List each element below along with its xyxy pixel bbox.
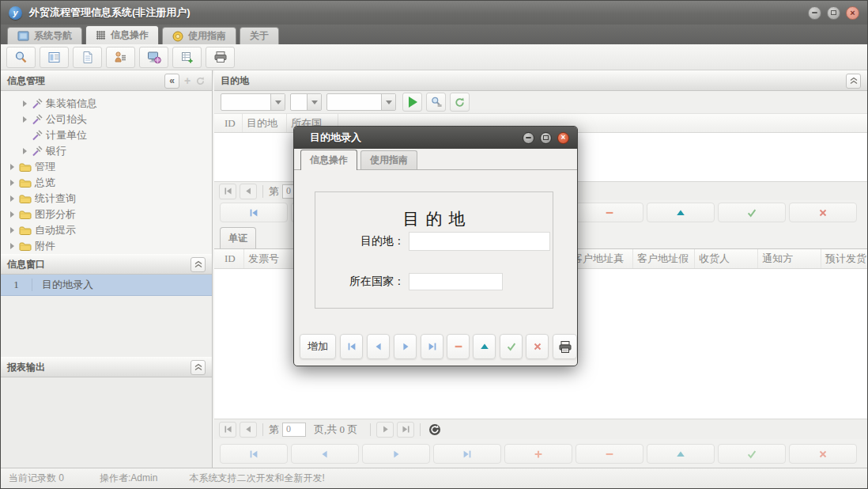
collapse-report-output-button[interactable] — [191, 360, 206, 375]
refresh-grid-button[interactable] — [450, 93, 470, 112]
column-header-consignee[interactable]: 收货人 — [695, 249, 758, 268]
expand-arrow-icon[interactable] — [23, 116, 27, 123]
tab-user-guide[interactable]: 使用指南 — [162, 27, 236, 44]
collapse-sidebar-button[interactable]: « — [164, 74, 179, 89]
search-value-combo[interactable] — [326, 93, 396, 111]
prev-page-button[interactable] — [240, 422, 257, 438]
cancel-record-button[interactable] — [526, 334, 549, 359]
last-record-button[interactable] — [421, 334, 443, 359]
column-header-est-shipment[interactable]: 预计发货 — [821, 249, 868, 268]
form-tool-button[interactable] — [40, 47, 69, 68]
last-record-button[interactable] — [433, 444, 501, 464]
delete-record-button[interactable] — [576, 203, 643, 222]
tree-item-bank[interactable]: 银行 — [1, 143, 212, 159]
collapse-destination-panel-button[interactable] — [846, 74, 861, 89]
tree-item-graph-analysis[interactable]: 图形分析 — [1, 207, 212, 222]
table-add-tool-button[interactable] — [172, 47, 202, 68]
first-record-button[interactable] — [220, 203, 288, 222]
maximize-button[interactable] — [827, 6, 840, 20]
monitor-tool-button[interactable] — [139, 47, 168, 68]
prev-record-button[interactable] — [367, 334, 390, 359]
user-tool-button[interactable] — [106, 47, 135, 68]
prev-page-button[interactable] — [240, 184, 257, 199]
save-record-button[interactable] — [718, 203, 786, 222]
tree-item-unit[interactable]: 计量单位 — [1, 127, 212, 143]
info-window-item-destination[interactable]: 1 目的地录入 — [1, 275, 212, 296]
expand-arrow-icon[interactable] — [10, 180, 14, 186]
expand-arrow-icon[interactable] — [10, 227, 14, 233]
edit-record-button[interactable] — [647, 203, 715, 222]
minimize-button[interactable] — [808, 6, 821, 20]
collapse-info-window-button[interactable] — [191, 257, 206, 272]
tree-item-auto-prompt[interactable]: 自动提示 — [1, 222, 212, 238]
tab-about[interactable]: 关于 — [240, 27, 279, 44]
print-button[interactable] — [553, 334, 577, 359]
first-page-button[interactable] — [219, 184, 236, 199]
save-record-button[interactable] — [718, 444, 786, 464]
page-number-input[interactable] — [282, 423, 306, 437]
dialog-maximize-button[interactable] — [540, 132, 552, 144]
document-tool-button[interactable] — [73, 47, 102, 68]
destination-input[interactable] — [409, 232, 550, 251]
column-header-notify-party[interactable]: 通知方 — [758, 249, 821, 268]
combo-dropdown-button[interactable] — [270, 94, 285, 110]
edit-record-button[interactable] — [647, 444, 715, 464]
tree-item-stats-query[interactable]: 统计查询 — [1, 191, 212, 207]
dialog-tab-user-guide[interactable]: 使用指南 — [360, 150, 417, 169]
tree-item-attachment[interactable]: 附件 — [1, 238, 212, 254]
first-record-button[interactable] — [220, 444, 288, 464]
dialog-titlebar[interactable]: 目的地录入 × — [294, 127, 577, 149]
expand-arrow-icon[interactable] — [23, 100, 27, 107]
cancel-record-button[interactable] — [789, 444, 857, 464]
refresh-page-button[interactable] — [426, 422, 443, 438]
column-header-id[interactable]: ID — [221, 114, 243, 132]
tab-documents[interactable]: 单证 — [220, 227, 256, 248]
next-page-button[interactable] — [376, 422, 394, 438]
tab-system-nav[interactable]: 系统导航 — [7, 27, 82, 44]
search-tool-button[interactable] — [6, 47, 36, 68]
expand-arrow-icon[interactable] — [10, 211, 14, 218]
dialog-minimize-button[interactable] — [523, 132, 534, 144]
prev-record-button[interactable] — [291, 444, 359, 464]
close-button[interactable]: × — [846, 6, 859, 20]
check-icon — [746, 449, 757, 460]
dialog-tab-info-operation[interactable]: 信息操作 — [300, 150, 357, 170]
column-header-customer-addr-fake[interactable]: 客户地址假 — [633, 249, 695, 268]
tree-item-company-header[interactable]: 公司抬头 — [1, 112, 212, 127]
cancel-record-button[interactable] — [789, 203, 857, 222]
column-header-destination[interactable]: 目的地 — [243, 114, 287, 132]
column-header-customer-addr-real[interactable]: 客户地址真 — [568, 249, 633, 268]
tab-info-operation[interactable]: 信息操作 — [85, 25, 159, 44]
next-record-button[interactable] — [394, 334, 417, 359]
country-input[interactable] — [409, 273, 503, 290]
add-record-button[interactable] — [504, 444, 572, 464]
combo-dropdown-button[interactable] — [307, 94, 321, 110]
tree-item-container-info[interactable]: 集装箱信息 — [1, 96, 212, 112]
tree-item-management[interactable]: 管理 — [1, 159, 212, 175]
expand-arrow-icon[interactable] — [10, 164, 14, 170]
delete-record-button[interactable] — [447, 334, 470, 359]
printer-tool-button[interactable] — [206, 47, 235, 68]
tree-item-overview[interactable]: 总览 — [1, 175, 212, 191]
search-operator-combo[interactable] — [290, 93, 322, 111]
advanced-search-button[interactable] — [426, 93, 446, 112]
refresh-tree-button[interactable] — [195, 76, 206, 86]
delete-record-button[interactable] — [576, 444, 643, 464]
next-record-button[interactable] — [362, 444, 430, 464]
prev-record-icon — [319, 449, 330, 460]
expand-arrow-icon[interactable] — [23, 148, 27, 154]
add-button[interactable]: 增加 — [300, 334, 336, 359]
first-page-button[interactable] — [219, 422, 236, 438]
combo-dropdown-button[interactable] — [381, 94, 395, 110]
expand-arrow-icon[interactable] — [10, 195, 14, 202]
search-field-combo[interactable] — [221, 93, 285, 111]
column-header-id[interactable]: ID — [221, 249, 244, 268]
dialog-close-button[interactable]: × — [557, 132, 569, 144]
add-node-button[interactable]: + — [182, 74, 193, 87]
save-record-button[interactable] — [500, 334, 523, 359]
edit-record-button[interactable] — [473, 334, 496, 359]
run-query-button[interactable] — [402, 93, 422, 112]
last-page-button[interactable] — [397, 422, 414, 438]
expand-arrow-icon[interactable] — [10, 243, 14, 249]
first-record-button[interactable] — [340, 334, 363, 359]
